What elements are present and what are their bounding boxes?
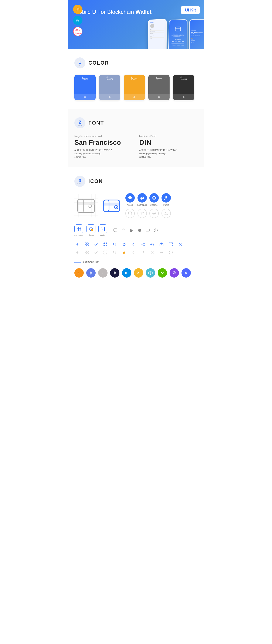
phone-mockup-right: myWallet $6,297,502.12 12-298 / 788-2003…	[189, 19, 204, 49]
icon-profile-outline	[161, 209, 171, 218]
icon-x-gray	[149, 250, 155, 256]
ps-badge: Ps	[73, 16, 82, 25]
icon-forward-gray	[158, 250, 164, 256]
svg-point-43	[138, 229, 141, 232]
crypto-icon-ltc: Ł	[98, 268, 108, 278]
hero-section: Mobile UI for Blockchain Wallet UI Kit P…	[68, 0, 204, 49]
sketch-badge	[73, 5, 82, 14]
svg-rect-3	[175, 28, 181, 29]
icon-order: Order	[98, 224, 107, 236]
svg-rect-51	[87, 245, 88, 246]
icon-close	[177, 242, 183, 248]
svg-text:₿: ₿	[78, 271, 79, 274]
swatch-gray-blue: #8DA0C8	[99, 75, 120, 100]
svg-rect-32	[77, 229, 78, 231]
crypto-icon-wings	[110, 268, 120, 278]
icon-section-number: 3 THREE	[74, 176, 86, 187]
icon-exchange: Exchange	[137, 193, 146, 206]
svg-marker-23	[128, 196, 132, 199]
icon-resize	[168, 242, 174, 248]
svg-rect-70	[85, 251, 86, 252]
icon-moon	[128, 228, 134, 233]
icon-management: Mangment	[74, 224, 84, 236]
icon-settings	[149, 242, 155, 248]
icon-section-header: 3 THREE ICON	[74, 176, 198, 187]
font-section: 2 TWO FONT Regular · Medium · Bold San F…	[68, 109, 204, 167]
icon-grid-gray	[84, 250, 90, 256]
icon-chevron-left-gray	[130, 250, 136, 256]
svg-rect-16	[78, 199, 84, 212]
icon-upload-box	[158, 242, 164, 248]
color-section: 1 ONE COLOR #3574FA #8DA0C8 #F5A623 #666…	[68, 49, 204, 109]
icon-assets-outline	[126, 209, 135, 218]
svg-rect-15	[78, 202, 94, 205]
icon-section: 3 THREE ICON	[68, 167, 204, 286]
font-section-header: 2 TWO FONT	[74, 117, 198, 128]
icon-share	[140, 242, 146, 248]
svg-rect-14	[78, 199, 94, 212]
font-section-number: 2 TWO	[74, 117, 86, 128]
svg-rect-34	[79, 229, 81, 231]
crypto-icon-band	[182, 268, 191, 278]
phone-mockup-left: Profile AI... Management Message Rate Cr…	[148, 19, 167, 49]
icon-exchange-outline	[137, 209, 146, 218]
crypto-icon-dash: D	[122, 268, 131, 278]
svg-marker-86	[90, 271, 92, 274]
svg-rect-53	[104, 243, 105, 244]
icon-chevron-left	[130, 242, 136, 248]
icon-check-gray	[93, 250, 99, 256]
icon-stack	[120, 228, 126, 233]
svg-rect-31	[77, 227, 78, 229]
svg-line-93	[174, 272, 174, 274]
crypto-icon-iota	[146, 268, 155, 278]
icon-star-yellow	[121, 250, 127, 256]
svg-point-25	[153, 197, 155, 199]
swatch-orange: #F5A623	[124, 75, 145, 100]
icon-plus-gray: +	[74, 250, 80, 256]
icon-arrows-gray	[140, 250, 146, 256]
svg-point-65	[141, 244, 142, 245]
svg-rect-44	[146, 229, 150, 231]
app-icons-row: Mangment History	[74, 224, 198, 236]
icon-chat	[112, 228, 118, 233]
font-din: Medium · Bold DIN ABCDEFGHIJKLMNOPQRSTUV…	[139, 135, 198, 159]
phone-mockups: Profile AI... Management Message Rate Cr…	[148, 19, 204, 49]
svg-rect-74	[104, 251, 105, 252]
svg-marker-81	[122, 251, 126, 254]
svg-point-26	[165, 196, 167, 198]
icon-qr	[102, 242, 108, 248]
icon-plus: +	[74, 242, 80, 248]
crypto-icon-zcash: Z	[134, 268, 143, 278]
icon-circle-solid	[137, 228, 142, 233]
svg-rect-50	[85, 245, 86, 246]
icon-discover: Discover	[150, 193, 159, 206]
divider-line	[74, 262, 81, 263]
svg-point-95	[186, 272, 186, 273]
svg-point-68	[152, 244, 153, 245]
wallet-colored-icon	[102, 196, 121, 215]
icon-info	[153, 228, 159, 233]
svg-rect-48	[85, 243, 86, 244]
blockchain-header: BlockChain Icon	[74, 260, 198, 266]
svg-marker-27	[128, 212, 132, 215]
svg-line-94	[174, 272, 175, 274]
crypto-icon-matic	[170, 268, 179, 278]
svg-point-22	[116, 206, 117, 208]
svg-line-67	[142, 245, 144, 245]
svg-point-30	[165, 212, 167, 214]
icon-star	[121, 242, 127, 248]
svg-rect-41	[114, 229, 117, 231]
hero-title: Mobile UI for Blockchain Wallet	[74, 8, 198, 16]
svg-point-63	[144, 243, 144, 244]
font-grid: Regular · Medium · Bold San Francisco AB…	[74, 135, 198, 159]
crypto-icon-neo	[158, 268, 167, 278]
swatch-blue: #3574FA	[74, 75, 96, 100]
icon-search-gray	[112, 250, 118, 256]
color-swatches: #3574FA #8DA0C8 #F5A623 #666666 #303030	[74, 75, 198, 100]
icon-display-row: Assets Exchange Discover Profile	[74, 193, 198, 218]
icon-history: History	[86, 224, 96, 236]
small-icons-gray: +	[74, 250, 198, 256]
svg-rect-33	[79, 227, 81, 229]
hero-badges: Ps 60+ Screens	[73, 5, 82, 36]
svg-line-66	[142, 244, 144, 244]
